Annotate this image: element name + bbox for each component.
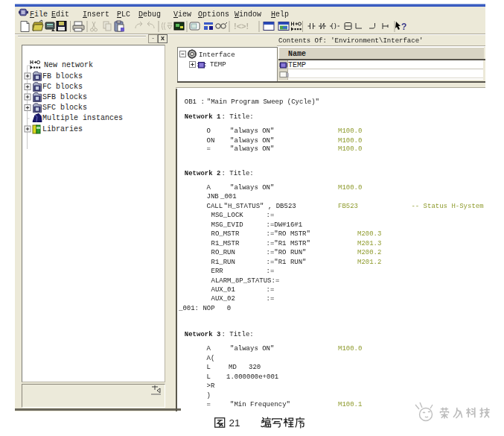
svg-text:!<>!: !<>! xyxy=(234,22,249,31)
svg-text:21: 21 xyxy=(229,417,240,429)
svg-text:?: ? xyxy=(401,22,406,32)
